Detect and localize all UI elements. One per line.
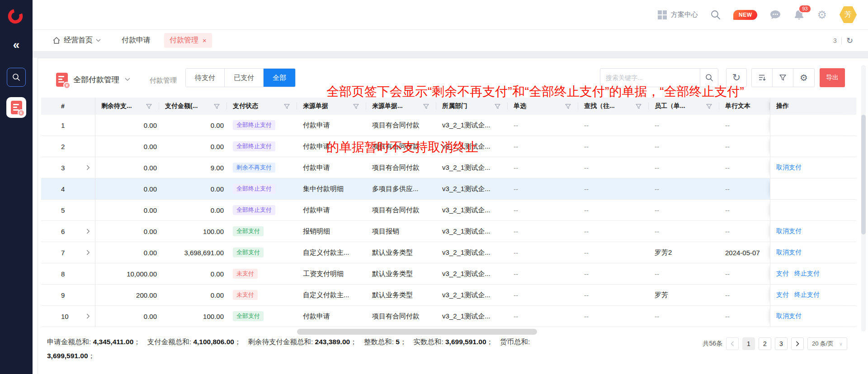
expand-row-icon[interactable] bbox=[86, 313, 90, 319]
scheme-center-button[interactable]: 方案中心 bbox=[658, 10, 698, 19]
table-row-7[interactable]: 70.003,698,691.00全部支付自定义付款主...默认业务类型v3_2… bbox=[41, 242, 856, 263]
view-title[interactable]: ¥ 全部付款管理 bbox=[56, 72, 130, 87]
expand-row-icon[interactable] bbox=[86, 250, 90, 255]
search-submit-button[interactable] bbox=[700, 69, 718, 87]
table-row-8[interactable]: 810,000.000.00未支付工资支付明细默认业务类型v3_2_1测试企..… bbox=[41, 263, 856, 285]
settings-button[interactable]: ⚙ bbox=[817, 9, 827, 20]
page-size-select[interactable]: 20 条/页 ∨ bbox=[807, 337, 847, 350]
table-row-4[interactable]: 40.000.00全部终止支付集中付款明细多项目多供应...v3_2_1测试企.… bbox=[41, 178, 856, 200]
status-badge: 全部终止支付 bbox=[233, 205, 275, 215]
next-page-button[interactable] bbox=[791, 337, 804, 350]
table-row-9[interactable]: 9200.000.00未支付自定义付款主...默认业务类型v3_2_1测试企..… bbox=[41, 285, 856, 306]
sort-button[interactable] bbox=[752, 69, 773, 87]
close-icon[interactable]: × bbox=[203, 37, 207, 44]
cancel-payment-link[interactable]: 取消支付 bbox=[776, 164, 802, 172]
chevron-down-icon[interactable] bbox=[125, 78, 130, 81]
remaining-amount-cell: 0.00 bbox=[95, 306, 159, 327]
messages-button[interactable] bbox=[769, 9, 781, 20]
page-button-3[interactable]: 3 bbox=[775, 337, 788, 350]
horizontal-scrollbar[interactable] bbox=[297, 329, 537, 335]
pagination: 共56条 123 20 条/页 ∨ bbox=[703, 337, 847, 350]
row-number: 10 bbox=[61, 313, 69, 320]
pay-link[interactable]: 支付 bbox=[776, 291, 789, 299]
summary-value: 3,699,591.00 bbox=[445, 338, 486, 346]
column-label: 剩余待支... bbox=[101, 102, 132, 110]
cancel-payment-link[interactable]: 取消支付 bbox=[776, 312, 802, 320]
summary-label: 剩余待支付金额总和: bbox=[248, 338, 315, 346]
filter-icon[interactable] bbox=[350, 103, 359, 109]
filter-icon[interactable] bbox=[143, 103, 152, 109]
notifications-button[interactable]: 93 bbox=[793, 9, 805, 21]
column-settings-button[interactable]: ⚙ bbox=[793, 69, 814, 87]
table-row-3[interactable]: 30.009.00剩余不再支付付款申请项目有合同付款v3_2_1测试企...--… bbox=[41, 157, 856, 178]
filter-icon[interactable] bbox=[420, 103, 429, 109]
summary-totals: 申请金额总和: 4,345,411.00；支付金额总和: 4,100,806.0… bbox=[47, 335, 621, 363]
row-number: 4 bbox=[61, 185, 65, 193]
table-row-1[interactable]: 10.000.00全部终止支付付款申请项目有合同付款v3_2_1测试企...--… bbox=[41, 115, 856, 136]
employee-cell: -- bbox=[649, 221, 719, 242]
terminate-payment-link[interactable]: 终止支付 bbox=[794, 270, 820, 278]
row-number: 9 bbox=[61, 291, 65, 299]
expand-row-icon[interactable] bbox=[86, 229, 90, 234]
filter-button[interactable] bbox=[773, 69, 793, 87]
filter-icon[interactable] bbox=[492, 103, 500, 109]
filter-tab-paid[interactable]: 已支付 bbox=[225, 69, 264, 87]
cancel-payment-link[interactable]: 取消支付 bbox=[776, 248, 802, 257]
summary-value: 3,699,591.00 bbox=[47, 352, 88, 360]
export-button[interactable]: 导出 bbox=[820, 68, 845, 87]
filter-icon[interactable] bbox=[633, 103, 642, 109]
lookup-cell: -- bbox=[578, 242, 649, 263]
department-cell: v3_2_1测试企... bbox=[436, 115, 508, 136]
search-icon bbox=[12, 73, 21, 82]
source-type-cell: 项目报销 bbox=[366, 221, 436, 242]
page-button-2[interactable]: 2 bbox=[759, 337, 771, 350]
sidebar-payment-app-button[interactable]: ¥ bbox=[6, 97, 26, 118]
search-icon bbox=[710, 9, 721, 20]
status-badge: 全部终止支付 bbox=[233, 120, 275, 130]
tab-payment-request[interactable]: 付款申请 bbox=[122, 36, 151, 45]
source-type-cell: 项目有合同付款 bbox=[366, 157, 436, 178]
employee-cell: -- bbox=[649, 157, 719, 178]
action-cell: 取消支付 bbox=[770, 157, 856, 178]
pay-link[interactable]: 支付 bbox=[776, 270, 789, 278]
sidebar-collapse-button[interactable]: « bbox=[0, 39, 33, 51]
table-row-2[interactable]: 20.000.00全部终止支付付款申请项目有合同付款v3_2_1测试企...--… bbox=[41, 136, 856, 157]
summary-label: 货币总和: bbox=[500, 338, 530, 346]
tab-home[interactable]: 经营首页 bbox=[52, 36, 101, 45]
content-card: ¥ 全部付款管理 付款管理 待支付已支付全部 ↻ bbox=[38, 58, 868, 374]
new-badge[interactable]: NEW bbox=[733, 10, 758, 20]
table-row-10[interactable]: 100.00100.00全部支付付款申请项目有合同付款v3_2_1测试企...-… bbox=[41, 306, 856, 327]
filter-icon[interactable] bbox=[211, 103, 220, 109]
view-subtitle[interactable]: 付款管理 bbox=[150, 76, 177, 85]
filter-icon[interactable] bbox=[562, 103, 571, 109]
lookup-cell: -- bbox=[578, 157, 649, 178]
column-header-employee: 员工（单... bbox=[649, 98, 719, 115]
row-number: 2 bbox=[61, 143, 65, 150]
column-header-source: 来源单据 bbox=[297, 98, 366, 115]
cancel-payment-link[interactable]: 取消支付 bbox=[776, 227, 802, 235]
prev-page-button[interactable] bbox=[726, 337, 739, 350]
expand-row-icon[interactable] bbox=[86, 165, 90, 170]
refresh-table-button[interactable]: ↻ bbox=[726, 68, 747, 87]
search-input[interactable] bbox=[600, 74, 700, 81]
line-text-cell: -- bbox=[719, 221, 770, 242]
table-row-6[interactable]: 60.00100.00全部支付报销明细项目报销v3_2_1测试企...-----… bbox=[41, 221, 856, 242]
app-logo-icon[interactable] bbox=[7, 8, 24, 24]
vertical-scrollbar[interactable] bbox=[861, 115, 866, 234]
tab-payment-management[interactable]: 付款管理 × bbox=[164, 33, 212, 48]
funnel-icon bbox=[779, 74, 787, 81]
user-avatar[interactable]: 芳 bbox=[839, 6, 857, 24]
filter-tab-pending[interactable]: 待支付 bbox=[186, 69, 225, 87]
table-row-5[interactable]: 50.000.00全部终止支付付款申请项目有合同付款v3_2_1测试企...--… bbox=[41, 200, 856, 221]
filter-tab-all[interactable]: 全部 bbox=[264, 69, 295, 87]
page-button-1[interactable]: 1 bbox=[742, 337, 755, 350]
filter-icon[interactable] bbox=[281, 103, 290, 109]
refresh-icon[interactable]: ↻ bbox=[846, 37, 853, 45]
sidebar-search-button[interactable] bbox=[7, 68, 26, 87]
filter-icon[interactable] bbox=[703, 103, 712, 109]
global-search-button[interactable] bbox=[710, 9, 721, 20]
line-text-cell: -- bbox=[719, 306, 770, 327]
summary-item: 整数总和: 5； bbox=[364, 338, 407, 346]
terminate-payment-link[interactable]: 终止支付 bbox=[794, 291, 820, 299]
column-label: 查找（往... bbox=[584, 102, 615, 110]
